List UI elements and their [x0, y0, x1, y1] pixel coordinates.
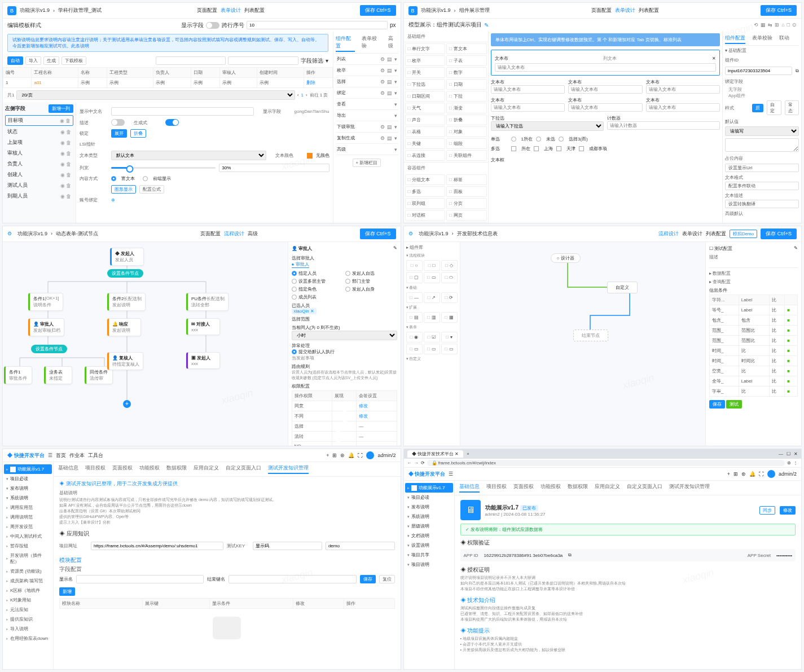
- copy-icon[interactable]: ⧉: [568, 552, 572, 558]
- undo-icon[interactable]: ⟲: [754, 22, 758, 28]
- comp-item[interactable]: 选项卡: [405, 222, 446, 223]
- selected-user-tag[interactable]: xiaoQin ✕: [292, 308, 317, 314]
- comp-item[interactable]: 标签: [446, 174, 487, 185]
- approve-node[interactable]: ▣ 发起人xxx: [186, 352, 220, 369]
- color-swatch[interactable]: [307, 153, 313, 159]
- radio-opt[interactable]: [511, 137, 516, 142]
- cond-node[interactable]: 条件1[OK+1]说明条件: [28, 293, 63, 311]
- nav-app-title[interactable]: 功能展示v1.7: [4, 464, 52, 474]
- tool-item[interactable]: ○: [406, 260, 423, 271]
- comp-item[interactable]: 对话框: [405, 210, 446, 221]
- nav-item[interactable]: 中间人测试样式: [4, 532, 52, 541]
- radio-opt[interactable]: [536, 137, 541, 142]
- top-tab-page[interactable]: 页面配置: [197, 7, 217, 14]
- tool-item[interactable]: ▢: [406, 272, 423, 283]
- nav-item[interactable]: 项目必读: [4, 474, 52, 484]
- approver-radio[interactable]: [345, 279, 350, 284]
- keyword-input2[interactable]: [326, 542, 395, 550]
- tool-item[interactable]: ◉: [406, 332, 423, 342]
- eye-icon[interactable]: ◉: [60, 161, 65, 167]
- cond-node[interactable]: 条件2长配送制发起说明: [107, 293, 146, 311]
- tool-item[interactable]: —: [406, 292, 423, 303]
- avatar[interactable]: [767, 470, 775, 478]
- nav-item[interactable]: K对象用知: [4, 595, 52, 605]
- comp-item[interactable]: 面板: [446, 186, 487, 197]
- nav-item[interactable]: K区标（地线件: [4, 586, 52, 595]
- tool-item[interactable]: ▾: [441, 332, 458, 342]
- nav-item[interactable]: 开发说明（插件配）: [4, 551, 52, 566]
- title-input[interactable]: [495, 63, 717, 72]
- nav-item[interactable]: 调用应用范: [4, 503, 52, 512]
- filter-input2[interactable]: [228, 56, 298, 65]
- check-opt[interactable]: [579, 146, 584, 151]
- ext-icon[interactable]: ⊛: [787, 460, 791, 465]
- pager-next-icon[interactable]: ›: [306, 93, 307, 98]
- btn-auto[interactable]: 自动: [7, 56, 23, 65]
- home-icon[interactable]: ⌂: [781, 22, 784, 28]
- comp-item[interactable]: 网页: [446, 210, 487, 221]
- swap-icon[interactable]: ⇆: [768, 22, 772, 28]
- field-item-5[interactable]: 创建人◉🗑: [5, 170, 73, 179]
- condition-add-pill[interactable]: 设置条件节点: [31, 345, 67, 353]
- eye-icon[interactable]: ◉: [60, 140, 65, 146]
- r-group[interactable]: 查看▾: [336, 99, 398, 110]
- network-icon[interactable]: ⊛: [340, 453, 345, 458]
- cond-node[interactable]: 业务表未指定: [44, 366, 72, 384]
- nav-item[interactable]: 文档说明: [405, 531, 453, 541]
- field-item-4[interactable]: 负责人◉🗑: [5, 159, 73, 169]
- width-value[interactable]: [219, 164, 329, 172]
- tool-item[interactable]: ▦: [441, 312, 458, 323]
- radio-opt[interactable]: [559, 137, 564, 142]
- delete-icon[interactable]: 🗑: [66, 194, 71, 199]
- placeholder-textarea[interactable]: [725, 138, 799, 152]
- eye-icon[interactable]: ◉: [60, 183, 65, 188]
- tool-item[interactable]: ▭: [406, 344, 423, 354]
- gen-switch[interactable]: [165, 119, 179, 126]
- check-opt[interactable]: [534, 146, 539, 151]
- check-opt[interactable]: [556, 146, 561, 151]
- nav-app-title[interactable]: 功能展示v1.7: [405, 483, 453, 493]
- expand-icon[interactable]: ⛶: [759, 471, 764, 477]
- width-slider[interactable]: [111, 167, 216, 169]
- add-node-icon[interactable]: +: [123, 400, 131, 408]
- field-item-3[interactable]: 审核人◉🗑: [5, 148, 73, 158]
- page-size-select[interactable]: 20/页: [16, 90, 295, 100]
- grid-icon[interactable]: ⊞: [332, 453, 337, 458]
- approve-node[interactable]: 🔔 响应发起说明: [107, 318, 141, 336]
- comp-item[interactable]: 枚举: [405, 55, 446, 66]
- add-group-button[interactable]: + 新增栏目: [353, 159, 381, 167]
- comp-item[interactable]: 富文本: [446, 43, 487, 54]
- delete-icon[interactable]: 🗑: [66, 151, 71, 156]
- menu-icon[interactable]: ☰: [449, 471, 453, 477]
- comp-item[interactable]: 渐变: [446, 103, 487, 113]
- desc-switch[interactable]: [111, 119, 125, 126]
- nav-item[interactable]: 导入说明: [4, 624, 52, 634]
- btn-inner[interactable]: 图形显示: [111, 185, 136, 194]
- tool-item[interactable]: ⬭: [441, 272, 458, 283]
- radio-rich[interactable]: [111, 176, 116, 181]
- text-input[interactable]: [646, 103, 720, 112]
- btn-formula[interactable]: 配置公式: [139, 185, 164, 194]
- nav-item[interactable]: 暂存按钮: [4, 541, 52, 551]
- counter-input[interactable]: [607, 121, 720, 130]
- new-tab-icon[interactable]: +: [467, 451, 469, 456]
- delete-icon[interactable]: 🗑: [66, 183, 71, 188]
- bind-select[interactable]: 请填写: [725, 126, 799, 136]
- dropdown1[interactable]: 请输入下拉选: [491, 121, 604, 131]
- bell-icon[interactable]: 🔔: [348, 453, 354, 458]
- tool-item[interactable]: ▭: [441, 344, 458, 354]
- cond-row[interactable]: 时间_比比■: [710, 345, 798, 355]
- btn-fold[interactable]: 折叠: [130, 129, 146, 138]
- tool-item[interactable]: ▭: [424, 272, 440, 283]
- save-button[interactable]: 保存 Ctrl+S: [360, 5, 396, 16]
- rtab-valid[interactable]: 表单校验: [362, 35, 381, 52]
- r-group[interactable]: 绑定⚙▤▾: [336, 87, 398, 99]
- eye-icon[interactable]: ◉: [60, 172, 65, 178]
- avatar[interactable]: [366, 451, 374, 459]
- text-type-select[interactable]: 默认文本: [111, 151, 266, 160]
- grid-icon[interactable]: ⊞: [733, 471, 738, 477]
- btn-trans[interactable]: 设置转换翻译: [725, 200, 799, 208]
- delete-icon[interactable]: 🗑: [66, 161, 71, 167]
- menu-icon[interactable]: ☰: [48, 453, 52, 458]
- comp-item[interactable]: 声音: [405, 115, 446, 125]
